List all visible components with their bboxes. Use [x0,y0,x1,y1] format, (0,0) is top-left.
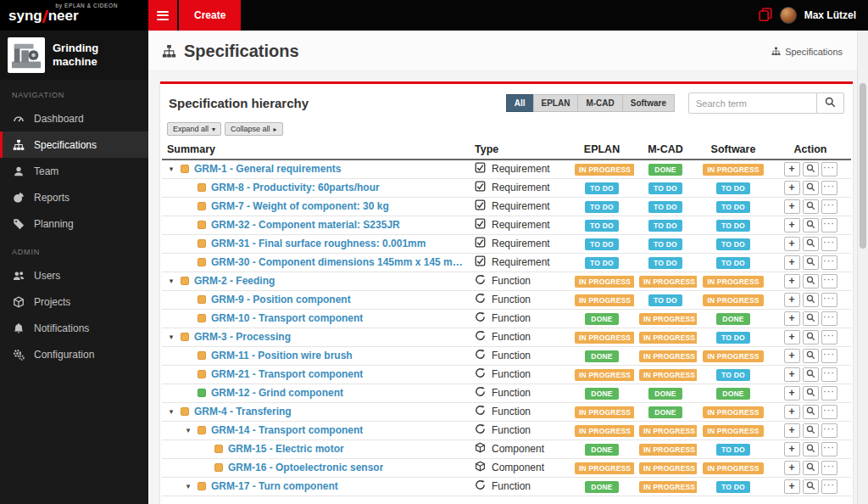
spec-link[interactable]: GRM-11 - Position wire brush [211,350,353,361]
more-actions-button[interactable]: ··· [821,423,837,438]
spec-link[interactable]: GRM-30 - Component dimensions 145mm x 14… [211,256,465,268]
add-child-button[interactable]: + [784,274,800,288]
row-collapse-caret-icon[interactable]: ▾ [167,277,175,285]
view-button[interactable] [803,479,819,494]
add-child-button[interactable]: + [784,461,800,475]
spec-link[interactable]: GRM-4 - Transfering [194,406,292,417]
search-button[interactable] [817,92,844,114]
view-button[interactable] [803,274,819,288]
add-child-button[interactable]: + [784,181,800,195]
spec-link[interactable]: GRM-17 - Turn component [211,480,338,492]
add-child-button[interactable]: + [784,255,800,270]
spec-link[interactable]: GRM-10 - Transport component [211,312,363,324]
view-button[interactable] [803,461,819,475]
spec-link[interactable]: GRM-2 - Feeding [194,275,275,287]
sidebar-item-reports[interactable]: Reports [0,184,148,210]
row-collapse-caret-icon[interactable]: ▾ [184,426,192,434]
more-actions-button[interactable]: ··· [821,405,837,419]
spec-link[interactable]: GRM-1 - General requirements [194,163,341,175]
more-actions-button[interactable]: ··· [821,255,837,270]
view-button[interactable] [803,349,819,363]
spec-link[interactable]: GRM-12 - Grind component [211,387,343,399]
view-button[interactable] [803,386,819,400]
more-actions-button[interactable]: ··· [821,162,837,176]
more-actions-button[interactable]: ··· [821,367,837,382]
user-name[interactable]: Max Lützel [804,9,856,21]
add-child-button[interactable]: + [784,367,800,382]
sidebar-item-dashboard[interactable]: Dashboard [0,105,148,132]
spec-link[interactable]: GRM-8 - Productivity: 60parts/hour [211,182,380,193]
add-child-button[interactable]: + [784,479,800,494]
more-actions-button[interactable]: ··· [821,330,837,344]
sidebar-item-specifications[interactable]: Specifications [0,132,148,158]
more-actions-button[interactable]: ··· [821,311,837,326]
filter-button-all[interactable]: All [506,94,534,112]
expand-all-button[interactable]: Expand all [167,122,221,136]
sidebar-item-configuration[interactable]: Configuration [0,341,148,367]
add-child-button[interactable]: + [784,199,800,214]
filter-button-software[interactable]: Software [622,94,675,112]
clone-project-button[interactable] [759,8,772,24]
view-button[interactable] [803,311,819,326]
more-actions-button[interactable]: ··· [821,237,837,251]
sidebar-item-planning[interactable]: Planning [0,210,148,237]
more-actions-button[interactable]: ··· [821,274,837,288]
brand-logo[interactable]: by EPLAN & CIDEON syngneer [0,0,148,31]
scrollbar-thumb[interactable] [860,83,866,249]
row-collapse-caret-icon[interactable]: ▾ [167,165,175,173]
breadcrumb[interactable]: Specifications [771,47,843,57]
view-button[interactable] [803,162,819,176]
spec-link[interactable]: GRM-14 - Transport component [211,424,363,436]
sidebar-toggle-button[interactable] [148,0,177,31]
more-actions-button[interactable]: ··· [821,199,837,214]
more-actions-button[interactable]: ··· [821,442,837,456]
view-button[interactable] [803,330,819,344]
spec-link[interactable]: GRM-16 - Optoelectronic sensor [228,462,383,473]
spec-link[interactable]: GRM-15 - Electric motor [228,443,344,455]
spec-link[interactable]: GRM-21 - Transport component [211,368,363,380]
spec-link[interactable]: GRM-9 - Position component [211,294,351,305]
spec-link[interactable]: GRM-32 - Component material: S235JR [211,219,400,231]
spec-link[interactable]: GRM-31 - Final surface roughness: 0.001m… [211,238,426,249]
add-child-button[interactable]: + [784,349,800,363]
row-collapse-caret-icon[interactable]: ▾ [184,482,192,490]
view-button[interactable] [803,181,819,195]
add-child-button[interactable]: + [784,311,800,326]
view-button[interactable] [803,405,819,419]
user-avatar[interactable] [780,7,797,24]
more-actions-button[interactable]: ··· [821,293,837,307]
filter-button-eplan[interactable]: EPLAN [533,94,579,112]
add-child-button[interactable]: + [784,293,800,307]
view-button[interactable] [803,237,819,251]
view-button[interactable] [803,218,819,232]
add-child-button[interactable]: + [784,218,800,232]
add-child-button[interactable]: + [784,386,800,400]
collapse-all-button[interactable]: Collapse all [225,122,283,136]
sidebar-item-users[interactable]: Users [0,262,148,288]
add-child-button[interactable]: + [784,423,800,438]
add-child-button[interactable]: + [784,162,800,176]
add-child-button[interactable]: + [784,442,800,456]
more-actions-button[interactable]: ··· [821,479,837,494]
view-button[interactable] [803,423,819,438]
view-button[interactable] [803,293,819,307]
sidebar-item-projects[interactable]: Projects [0,288,148,315]
sidebar-item-notifications[interactable]: Notifications [0,315,148,341]
filter-button-m-cad[interactable]: M-CAD [577,94,622,112]
spec-link[interactable]: GRM-3 - Processing [194,331,291,343]
row-collapse-caret-icon[interactable]: ▾ [167,407,175,416]
add-child-button[interactable]: + [784,237,800,251]
more-actions-button[interactable]: ··· [821,461,837,475]
view-button[interactable] [803,255,819,270]
project-switcher[interactable]: Grinding machine [0,31,148,80]
view-button[interactable] [803,199,819,214]
more-actions-button[interactable]: ··· [821,218,837,232]
view-button[interactable] [803,367,819,382]
create-button[interactable]: Create [179,0,241,31]
search-input[interactable] [688,92,817,114]
view-button[interactable] [803,442,819,456]
row-collapse-caret-icon[interactable]: ▾ [167,333,175,341]
spec-link[interactable]: GRM-7 - Weight of component: 30 kg [211,200,389,212]
add-child-button[interactable]: + [784,405,800,419]
more-actions-button[interactable]: ··· [821,349,837,363]
